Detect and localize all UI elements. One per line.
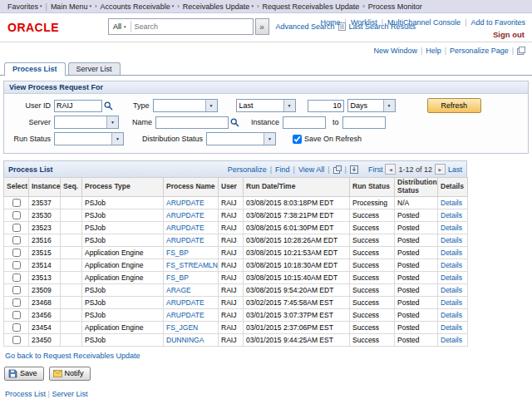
- user-id-lookup-icon[interactable]: [104, 101, 113, 111]
- details-link[interactable]: Details: [441, 224, 462, 232]
- server-select[interactable]: ▼: [54, 116, 119, 129]
- save-button[interactable]: Save: [4, 367, 44, 381]
- details-link[interactable]: Details: [441, 236, 462, 244]
- details-link[interactable]: Details: [441, 311, 462, 319]
- breadcrumb-accounts-receivable[interactable]: Accounts Receivable ▾: [98, 2, 177, 11]
- name-lookup-icon[interactable]: [230, 118, 239, 127]
- row-select-checkbox[interactable]: [12, 249, 21, 257]
- breadcrumb-request-receivables-update[interactable]: Request Receivables Update: [260, 2, 362, 11]
- process-name-link[interactable]: ARUPDATE: [166, 211, 204, 219]
- server-label: Server: [11, 118, 51, 126]
- download-grid-icon[interactable]: [350, 165, 358, 174]
- row-select-checkbox[interactable]: [12, 211, 21, 219]
- nav-worklist-link[interactable]: Worklist: [351, 18, 377, 27]
- row-select-checkbox[interactable]: [12, 311, 21, 319]
- process-name-link[interactable]: ARUPDATE: [166, 236, 204, 244]
- details-link[interactable]: Details: [441, 323, 462, 332]
- process-name-link[interactable]: ARUPDATE: [166, 199, 204, 207]
- refresh-button[interactable]: Refresh: [427, 98, 482, 113]
- process-name-link[interactable]: FS_JGEN: [166, 323, 198, 332]
- user-cell: RAIJ: [219, 234, 244, 246]
- row-select-checkbox[interactable]: [12, 199, 21, 207]
- details-link[interactable]: Details: [441, 273, 462, 282]
- tab-server-list[interactable]: Server List: [68, 62, 121, 75]
- search-scope-dropdown[interactable]: All ▾: [109, 19, 131, 34]
- process-name-link[interactable]: DUNNINGA: [166, 336, 204, 344]
- instance-cell: 23468: [29, 296, 61, 308]
- sign-out-link[interactable]: Sign out: [493, 30, 525, 39]
- details-link[interactable]: Details: [441, 336, 462, 344]
- process-name-link[interactable]: FS_BP: [166, 249, 189, 257]
- process-name-link[interactable]: ARUPDATE: [166, 224, 204, 232]
- details-link[interactable]: Details: [441, 298, 462, 307]
- row-select-checkbox[interactable]: [12, 273, 21, 282]
- distribution-status-select[interactable]: ▼: [206, 132, 276, 145]
- seq-cell: [61, 271, 82, 283]
- first-link[interactable]: First: [368, 165, 383, 174]
- tab-process-list[interactable]: Process List: [4, 62, 66, 76]
- nav-home-link[interactable]: Home: [321, 18, 341, 27]
- breadcrumb-favorites[interactable]: Favorites ▾: [5, 2, 45, 11]
- user-id-input[interactable]: [54, 100, 102, 112]
- process-name-link[interactable]: FS_BP: [166, 273, 189, 282]
- row-select-checkbox[interactable]: [12, 298, 21, 307]
- process-name-link[interactable]: ARUPDATE: [166, 311, 204, 319]
- last-unit-select[interactable]: Days ▼: [347, 99, 396, 112]
- process-name-cell: DUNNINGA: [164, 333, 219, 346]
- instance-to-input[interactable]: [342, 116, 386, 129]
- server-list-bottom-link[interactable]: Server List: [52, 390, 87, 398]
- copy-url-icon[interactable]: [517, 47, 525, 55]
- run-status-label: Run Status: [11, 135, 51, 143]
- row-select-checkbox[interactable]: [12, 261, 21, 269]
- process-name-link[interactable]: FS_STREAMLN: [166, 261, 218, 269]
- search-input[interactable]: [131, 22, 253, 31]
- next-page-icon[interactable]: ▶: [435, 164, 446, 175]
- run-status-select[interactable]: ▼: [54, 132, 124, 145]
- details-link[interactable]: Details: [441, 211, 462, 219]
- breadcrumb-main-menu[interactable]: Main Menu ▾: [48, 2, 94, 11]
- notify-button[interactable]: Notify: [49, 367, 91, 381]
- select-cell: [4, 259, 29, 271]
- run-datetime-cell: 03/02/2015 7:45:58AM EST: [244, 296, 350, 308]
- type-label: Type: [133, 101, 150, 110]
- details-link[interactable]: Details: [441, 286, 462, 294]
- breadcrumb-label: Main Menu: [51, 2, 88, 11]
- process-name-link[interactable]: ARUPDATE: [166, 298, 204, 307]
- grid-popout-icon[interactable]: [333, 165, 342, 174]
- process-table-body: 23537PSJobARUPDATERAIJ03/08/2015 8:03:18…: [4, 196, 468, 346]
- distribution-status-cell: Posted: [395, 234, 438, 246]
- details-cell: Details: [438, 209, 468, 221]
- row-select-checkbox[interactable]: [12, 336, 21, 344]
- last-count-input[interactable]: [308, 100, 344, 112]
- nav-multichannel-console-link[interactable]: MultiChannel Console: [387, 18, 461, 27]
- user-cell: RAIJ: [219, 221, 244, 234]
- personalize-link[interactable]: Personalize: [228, 165, 267, 174]
- view-all-link[interactable]: View All: [298, 165, 324, 174]
- row-select-checkbox[interactable]: [12, 323, 21, 332]
- row-select-checkbox[interactable]: [12, 236, 21, 244]
- process-name-link[interactable]: ARAGE: [166, 286, 191, 294]
- new-window-link[interactable]: New Window: [373, 47, 417, 55]
- nav-add-to-favorites-link[interactable]: Add to Favorites: [470, 18, 525, 27]
- process-list-bottom-link[interactable]: Process List: [5, 390, 46, 398]
- go-back-link[interactable]: Go back to Request Receivables Update: [5, 352, 140, 360]
- search-go-icon[interactable]: »: [255, 18, 269, 35]
- personalize-page-link[interactable]: Personalize Page: [450, 47, 509, 55]
- row-select-checkbox[interactable]: [12, 224, 21, 232]
- name-input[interactable]: [155, 116, 229, 129]
- breadcrumb-process-monitor[interactable]: Process Monitor: [366, 2, 425, 11]
- type-select[interactable]: ▼: [153, 99, 218, 112]
- details-link[interactable]: Details: [441, 261, 462, 269]
- instance-from-input[interactable]: [283, 116, 326, 129]
- last-range-select[interactable]: Last ▼: [236, 99, 296, 112]
- last-link[interactable]: Last: [448, 165, 462, 174]
- run-datetime-cell: 03/08/2015 7:38:21PM EDT: [244, 209, 350, 221]
- find-link[interactable]: Find: [275, 165, 290, 174]
- previous-page-icon[interactable]: ◀: [385, 164, 396, 175]
- breadcrumb-receivables-update[interactable]: Receivables Update ▾: [180, 2, 256, 11]
- help-link[interactable]: Help: [426, 47, 441, 55]
- details-link[interactable]: Details: [441, 249, 462, 257]
- row-select-checkbox[interactable]: [12, 286, 21, 294]
- details-link[interactable]: Details: [441, 199, 462, 207]
- save-on-refresh-checkbox[interactable]: [293, 135, 302, 144]
